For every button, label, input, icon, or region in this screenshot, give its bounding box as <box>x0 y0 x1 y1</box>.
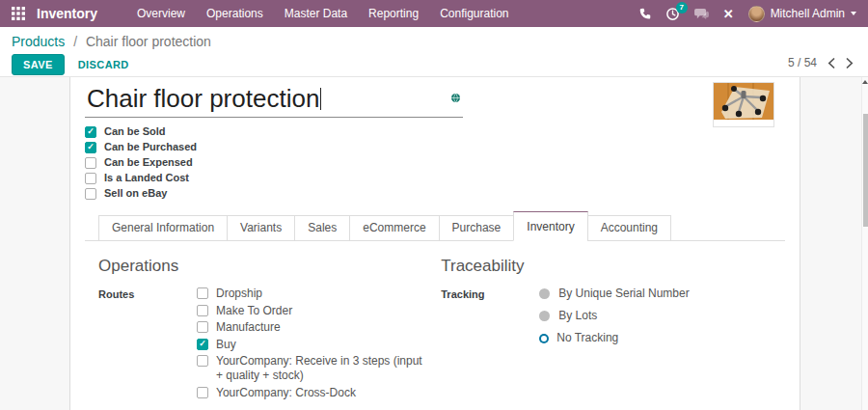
checkbox-label: Sell on eBay <box>104 187 167 200</box>
text-cursor <box>320 88 321 110</box>
radio-icon[interactable] <box>539 288 550 299</box>
form-tab[interactable]: Inventory <box>513 211 587 241</box>
scroll-up-arrow-icon[interactable] <box>862 80 868 84</box>
top-menu-item[interactable]: Configuration <box>429 0 519 27</box>
product-name-field[interactable]: Chair floor protection <box>85 84 463 118</box>
product-flags: Can be Sold Can be Purchased Can be Expe… <box>85 125 785 200</box>
form-tab[interactable]: Purchase <box>439 215 515 241</box>
pager-prev-button[interactable] <box>827 58 835 68</box>
route-label: Make To Order <box>216 304 292 318</box>
breadcrumb: Products / Chair floor protection <box>12 34 856 49</box>
top-menu-item[interactable]: Operations <box>196 0 274 27</box>
tracking-radio-row[interactable]: By Lots <box>539 309 689 323</box>
apps-grid-icon[interactable] <box>10 5 27 22</box>
discard-button[interactable]: DISCARD <box>78 59 129 70</box>
pager-next-button[interactable] <box>846 58 854 68</box>
top-menu: Overview Operations Master Data Reportin… <box>126 0 520 27</box>
route-checkbox-row[interactable]: Manufacture <box>197 320 423 335</box>
save-button[interactable]: SAVE <box>12 54 65 75</box>
control-panel-buttons: SAVE DISCARD <box>12 54 856 75</box>
routes-field-row: Routes Dropship Make To Order <box>98 287 423 402</box>
route-label: Buy <box>216 338 236 352</box>
route-checkbox-row[interactable]: Make To Order <box>197 304 423 318</box>
form-tab[interactable]: General Information <box>98 215 228 241</box>
product-image[interactable] <box>713 82 774 127</box>
top-menu-item[interactable]: Overview <box>126 0 196 27</box>
form-tab-label: Sales <box>308 221 337 234</box>
route-checkbox-row[interactable]: Dropship <box>197 287 423 301</box>
checkbox-icon[interactable] <box>85 142 96 153</box>
control-panel: Products / Chair floor protection SAVE D… <box>0 27 868 77</box>
form-tab-label: Accounting <box>601 221 658 234</box>
globe-glyph <box>451 94 460 102</box>
checkbox-icon[interactable] <box>85 173 96 184</box>
top-menu-item[interactable]: Reporting <box>358 0 429 27</box>
radio-label: By Lots <box>558 309 597 323</box>
routes-list: Dropship Make To Order Manufacture <box>197 287 423 402</box>
breadcrumb-products-link[interactable]: Products <box>12 34 65 49</box>
scrollbar-thumb[interactable] <box>863 114 868 227</box>
checkbox-icon[interactable] <box>197 305 208 316</box>
chevron-left-icon <box>827 58 835 68</box>
form-tab[interactable]: Accounting <box>587 215 671 241</box>
tracking-options: By Unique Serial Number By Lots No Track… <box>539 287 689 353</box>
user-menu[interactable]: Mitchell Admin <box>748 6 856 22</box>
route-label: YourCompany: Cross-Dock <box>216 386 356 400</box>
tracking-radio-row[interactable]: No Tracking <box>539 331 689 345</box>
activity-clock-icon[interactable]: 7 <box>665 7 680 21</box>
product-name-input[interactable]: Chair floor protection <box>87 84 319 113</box>
product-flag-row[interactable]: Can be Purchased <box>85 141 785 153</box>
route-label: Manufacture <box>216 320 281 335</box>
checkbox-icon[interactable] <box>197 387 208 398</box>
checkbox-label: Can be Purchased <box>104 141 197 153</box>
app-name[interactable]: Inventory <box>37 6 97 21</box>
checkbox-icon[interactable] <box>197 339 208 350</box>
checkbox-icon[interactable] <box>85 126 96 138</box>
product-flag-row[interactable]: Can be Sold <box>85 125 785 138</box>
phone-glyph <box>638 8 651 20</box>
top-menu-item[interactable]: Master Data <box>274 0 358 27</box>
scrollbar[interactable] <box>861 77 868 410</box>
messages-icon[interactable] <box>694 8 709 20</box>
routes-label: Routes <box>98 287 197 402</box>
route-checkbox-row[interactable]: YourCompany: Cross-Dock <box>197 386 423 400</box>
traceability-heading: Traceability <box>441 257 785 276</box>
avatar <box>748 6 765 22</box>
tools-icon[interactable]: ✕ <box>723 8 734 20</box>
tracking-label: Tracking <box>441 287 539 353</box>
form-tabs: General Information Variants Sales eComm… <box>85 211 785 241</box>
operations-group: Operations Routes Dropship <box>98 241 423 410</box>
form-tab[interactable]: eCommerce <box>349 215 439 241</box>
form-tab-label: eCommerce <box>363 221 425 234</box>
translate-globe-icon[interactable] <box>451 89 460 106</box>
checkbox-icon[interactable] <box>197 321 208 333</box>
route-checkbox-row[interactable]: Buy <box>197 338 423 352</box>
chevron-right-icon <box>846 58 854 68</box>
form-tab[interactable]: Sales <box>294 215 350 241</box>
inventory-tab-content: Operations Routes Dropship <box>85 241 785 410</box>
pager-value: 5 / 54 <box>788 56 817 69</box>
radio-icon[interactable] <box>541 336 547 342</box>
checkbox-icon[interactable] <box>85 188 96 200</box>
checkbox-icon[interactable] <box>197 287 208 299</box>
route-checkbox-row[interactable]: YourCompany: Receive in 3 steps (input +… <box>197 354 423 383</box>
apps-grid-glyph <box>12 7 25 20</box>
checkbox-icon[interactable] <box>197 355 208 367</box>
product-flag-row[interactable]: Is a Landed Cost <box>85 172 785 184</box>
chevron-down-icon <box>851 12 856 15</box>
form-tab-label: Variants <box>240 221 282 234</box>
radio-icon[interactable] <box>539 311 550 321</box>
checkbox-label: Can be Sold <box>104 125 166 138</box>
product-flag-row[interactable]: Can be Expensed <box>85 156 785 169</box>
tracking-radio-row[interactable]: By Unique Serial Number <box>539 287 689 301</box>
checkbox-icon[interactable] <box>85 157 96 169</box>
tracking-field-row: Tracking By Unique Serial Number By Lots <box>441 287 785 353</box>
activity-count-badge: 7 <box>676 2 688 14</box>
route-label: YourCompany: Receive in 3 steps (input +… <box>216 354 423 383</box>
product-flag-row[interactable]: Sell on eBay <box>85 187 785 200</box>
phone-icon[interactable] <box>638 8 651 20</box>
form-tab[interactable]: Variants <box>227 215 295 241</box>
form-tab-label: General Information <box>112 221 214 234</box>
pager: 5 / 54 <box>788 56 854 69</box>
checkbox-label: Is a Landed Cost <box>104 172 189 184</box>
